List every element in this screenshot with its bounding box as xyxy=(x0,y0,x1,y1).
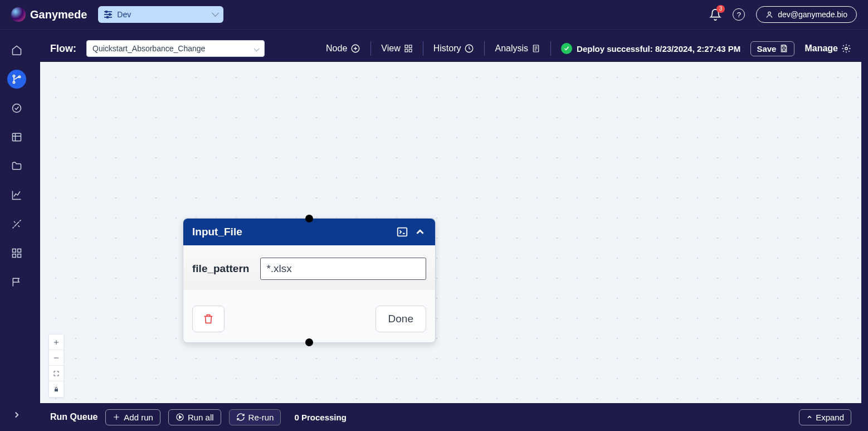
svg-rect-10 xyxy=(18,249,21,253)
lock-icon xyxy=(53,386,60,393)
node-header: Input_File xyxy=(183,219,435,245)
svg-point-7 xyxy=(13,104,21,113)
chevron-up-icon xyxy=(806,414,813,420)
sidebar xyxy=(0,30,33,431)
run-queue-label: Run Queue xyxy=(50,412,97,422)
svg-rect-14 xyxy=(405,45,408,48)
trash-icon xyxy=(202,313,214,325)
view-button[interactable]: View xyxy=(381,43,412,54)
user-email: dev@ganymede.bio xyxy=(778,10,847,19)
document-lines-icon xyxy=(531,44,540,53)
chart-icon xyxy=(11,190,22,201)
sidebar-item-flags[interactable] xyxy=(7,273,26,292)
param-label: file_pattern xyxy=(192,263,249,275)
done-button[interactable]: Done xyxy=(376,306,426,332)
svg-rect-17 xyxy=(409,49,412,52)
maximize-icon xyxy=(53,370,60,377)
sidebar-item-charts[interactable] xyxy=(7,186,26,205)
notification-count-badge: 3 xyxy=(716,5,725,13)
logo-icon xyxy=(11,7,26,22)
sidebar-item-checks[interactable] xyxy=(7,99,26,118)
user-icon xyxy=(765,11,773,18)
refresh-icon xyxy=(236,413,245,422)
brand-logo: Ganymede xyxy=(11,7,87,22)
env-name: Dev xyxy=(117,10,131,19)
notifications-button[interactable]: 3 xyxy=(709,8,721,21)
node-body: file_pattern xyxy=(183,245,435,290)
gear-icon xyxy=(841,43,851,54)
plug-icon xyxy=(11,219,22,230)
node-port-top[interactable] xyxy=(305,215,313,222)
sidebar-expand-button[interactable] xyxy=(12,410,22,420)
node-button[interactable]: Node xyxy=(326,43,360,54)
svg-point-0 xyxy=(106,11,108,13)
sidebar-item-dashboard[interactable] xyxy=(7,244,26,263)
sidebar-item-home[interactable] xyxy=(7,41,26,60)
plus-circle-icon xyxy=(350,43,360,54)
svg-rect-11 xyxy=(13,254,16,258)
svg-rect-9 xyxy=(13,249,16,253)
check-circle-icon xyxy=(11,103,22,114)
flow-node-input-file[interactable]: Input_File file_pattern xyxy=(183,218,436,343)
home-icon xyxy=(11,45,22,56)
user-menu[interactable]: dev@ganymede.bio xyxy=(756,6,857,23)
question-icon: ? xyxy=(737,11,741,19)
lock-view-button[interactable] xyxy=(49,381,64,397)
zoom-in-button[interactable] xyxy=(49,335,64,350)
chevron-up-icon xyxy=(414,226,426,238)
folder-icon xyxy=(11,161,22,172)
flow-name: Quickstart_Absorbance_Change xyxy=(92,44,205,53)
delete-node-button[interactable] xyxy=(192,306,225,332)
minus-icon xyxy=(53,355,60,361)
plus-icon xyxy=(113,413,120,421)
clock-icon xyxy=(464,43,474,54)
plus-icon xyxy=(53,339,60,346)
svg-rect-12 xyxy=(18,254,21,258)
settings-bars-icon xyxy=(104,11,113,18)
flow-select[interactable]: Quickstart_Absorbance_Change xyxy=(86,40,265,57)
sidebar-item-flows[interactable] xyxy=(7,70,26,89)
flag-icon xyxy=(11,277,22,288)
help-button[interactable]: ? xyxy=(733,8,745,21)
history-label: History xyxy=(433,43,461,54)
table-icon xyxy=(11,132,22,143)
node-label: Node xyxy=(326,43,347,54)
zoom-controls xyxy=(48,334,64,398)
svg-rect-23 xyxy=(398,228,407,236)
svg-point-3 xyxy=(768,12,771,14)
manage-button[interactable]: Manage xyxy=(804,43,851,54)
node-port-bottom[interactable] xyxy=(305,338,313,346)
save-label: Save xyxy=(757,44,776,54)
history-button[interactable]: History xyxy=(433,43,475,54)
node-terminal-button[interactable] xyxy=(396,226,408,238)
save-button[interactable]: Save xyxy=(750,41,794,56)
flow-canvas[interactable]: Input_File file_pattern xyxy=(40,62,861,403)
sidebar-item-tables[interactable] xyxy=(7,128,26,147)
terminal-icon xyxy=(396,226,408,238)
analysis-button[interactable]: Analysis xyxy=(495,43,540,54)
play-circle-icon xyxy=(175,413,184,422)
env-selector[interactable]: Dev xyxy=(98,6,223,23)
success-icon xyxy=(561,43,572,54)
brand-name: Ganymede xyxy=(30,8,87,21)
analysis-label: Analysis xyxy=(495,43,528,54)
view-label: View xyxy=(381,43,400,54)
zoom-out-button[interactable] xyxy=(49,350,64,366)
chevron-right-icon xyxy=(12,410,22,420)
fit-view-button[interactable] xyxy=(49,366,64,381)
node-collapse-button[interactable] xyxy=(414,226,426,238)
flow-label: Flow: xyxy=(50,43,76,55)
svg-rect-21 xyxy=(783,49,786,51)
sidebar-item-connections[interactable] xyxy=(7,215,26,234)
topbar: Ganymede Dev 3 ? dev@ganymede.bio xyxy=(0,0,868,30)
sidebar-item-files[interactable] xyxy=(7,157,26,176)
expand-button[interactable]: Expand xyxy=(799,409,851,425)
file-pattern-input[interactable] xyxy=(260,258,426,280)
topbar-right: 3 ? dev@ganymede.bio xyxy=(709,6,857,23)
grid-icon xyxy=(11,248,22,259)
grid-icon xyxy=(404,44,413,53)
run-all-button[interactable]: Run all xyxy=(168,409,221,425)
svg-point-2 xyxy=(107,17,109,18)
add-run-button[interactable]: Add run xyxy=(105,409,160,425)
rerun-button[interactable]: Re-run xyxy=(229,409,281,425)
